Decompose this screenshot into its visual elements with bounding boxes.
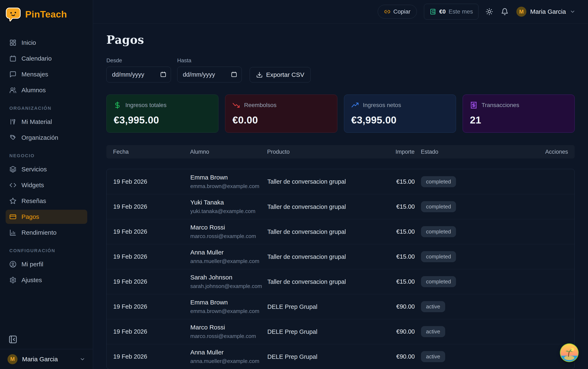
island-floating-button[interactable]: [560, 344, 578, 361]
sidebar-item[interactable]: Mi Material: [6, 115, 87, 129]
sidebar-item-label: Ajustes: [21, 277, 42, 284]
notifications-button[interactable]: [501, 8, 509, 16]
filter-from-label: Desde: [106, 57, 171, 64]
sidebar-item-icon: [9, 213, 16, 220]
chevron-down-icon: [80, 356, 85, 362]
sidebar-item-icon: [9, 118, 16, 125]
sidebar-item[interactable]: Servicios: [6, 162, 87, 176]
payment-date: 19 Feb 2026: [107, 228, 184, 235]
date-to-input[interactable]: [177, 67, 242, 82]
column-header-estado: Estado: [415, 149, 504, 155]
sidebar-item[interactable]: Pagos: [6, 210, 87, 224]
payment-amount: €15.00: [385, 278, 415, 285]
payment-product: Taller de conversacion grupal: [261, 202, 359, 211]
payment-amount: €15.00: [385, 253, 415, 260]
student-email: yuki.tanaka@example.com: [190, 208, 261, 215]
sidebar-item[interactable]: Organización: [6, 131, 87, 145]
sidebar-item-icon: [9, 39, 16, 46]
table-row[interactable]: 19 Feb 2026 Marco Rossi marco.rossi@exam…: [107, 219, 575, 244]
page-content: Pagos Desde Hasta Exportar CSV: [93, 23, 588, 369]
stat-icon: [114, 102, 121, 109]
sidebar-item[interactable]: Calendario: [6, 51, 87, 66]
student-email: sarah.johnson@example.com: [190, 283, 261, 289]
copy-button-label: Copiar: [393, 8, 410, 15]
nav-section-label: ORGANIZACIÓN: [9, 106, 87, 111]
table-row[interactable]: 19 Feb 2026 Emma Brown emma.brown@exampl…: [107, 169, 575, 194]
sidebar-item[interactable]: Inicio: [6, 36, 87, 50]
payment-status: completed: [415, 201, 504, 212]
sidebar-item[interactable]: Mensajes: [6, 67, 87, 82]
nav-section-label: NEGOCIO: [9, 153, 87, 158]
collapse-icon: [8, 335, 18, 344]
column-header-fecha: Fecha: [106, 149, 183, 155]
table-row[interactable]: 19 Feb 2026 Emma Brown emma.brown@exampl…: [107, 294, 575, 319]
sidebar-item-icon: [9, 182, 16, 189]
column-header-acciones: Acciones: [504, 149, 575, 155]
table-row[interactable]: 19 Feb 2026 Anna Muller anna.mueller@exa…: [107, 344, 575, 369]
sidebar-item-icon: [9, 71, 16, 78]
sidebar-item[interactable]: Widgets: [6, 178, 87, 192]
sidebar-item[interactable]: Alumnos: [6, 83, 87, 97]
topbar-user-name: Maria Garcia: [530, 8, 566, 15]
payment-amount: €90.00: [385, 353, 415, 360]
payment-student: Anna Muller anna.mueller@example.com: [184, 349, 261, 364]
payment-status: active: [415, 326, 504, 337]
stat-value: €3,995.00: [114, 114, 211, 126]
sidebar-item-label: Inicio: [21, 39, 36, 46]
payment-date: 19 Feb 2026: [107, 328, 184, 335]
payment-amount: €90.00: [385, 303, 415, 310]
payments-table: 19 Feb 2026 Emma Brown emma.brown@exampl…: [106, 169, 575, 369]
table-row[interactable]: 19 Feb 2026 Sarah Johnson sarah.johnson@…: [107, 269, 575, 294]
filter-to-label: Hasta: [177, 57, 242, 64]
sidebar-item-label: Pagos: [21, 213, 39, 220]
date-from-input[interactable]: [106, 67, 171, 82]
theme-toggle-button[interactable]: [486, 8, 494, 16]
stat-icon: [351, 102, 359, 109]
stat-label: Ingresos netos: [363, 102, 401, 109]
student-email: anna.mueller@example.com: [190, 358, 261, 364]
student-name: Anna Muller: [190, 349, 261, 356]
app-logo[interactable]: PinTeach: [0, 6, 93, 23]
sidebar-item-label: Rendimiento: [21, 229, 56, 236]
topbar: Copiar €0 Este mes M Maria Garcia: [93, 0, 588, 23]
stats-cards: Ingresos totales €3,995.00 Reembolsos €0…: [106, 94, 575, 133]
link-icon: [384, 9, 390, 15]
app-name: PinTeach: [25, 9, 67, 20]
student-name: Anna Muller: [190, 249, 261, 256]
sidebar-item[interactable]: Ajustes: [6, 273, 87, 287]
sidebar-user-name: Maria Garcia: [22, 356, 75, 363]
payment-product: Taller de conversacion grupal: [261, 277, 359, 286]
status-badge: completed: [421, 276, 456, 287]
sidebar-item-icon: [9, 261, 16, 268]
topbar-user-menu[interactable]: M Maria Garcia: [516, 7, 576, 17]
sidebar-item-icon: [9, 166, 16, 173]
pinteach-logo-icon: [6, 6, 21, 22]
sidebar-item[interactable]: Reseñas: [6, 194, 87, 208]
payment-status: completed: [415, 276, 504, 287]
copy-button[interactable]: Copiar: [378, 5, 417, 19]
sidebar-user-menu[interactable]: M Maria Garcia: [0, 349, 93, 369]
sidebar-item[interactable]: Mi perfil: [6, 257, 87, 271]
student-name: Sarah Johnson: [190, 274, 261, 281]
sidebar-item-label: Servicios: [21, 166, 47, 173]
nav-section-label: CONFIGURACIÓN: [9, 248, 87, 253]
island-icon: [560, 344, 578, 361]
payment-student: Emma Brown emma.brown@example.com: [184, 174, 261, 189]
sidebar-item-icon: [9, 87, 16, 94]
sidebar-item-icon: [9, 229, 16, 236]
sidebar-collapse-button[interactable]: [8, 334, 19, 345]
filters-bar: Desde Hasta Exportar CSV: [106, 57, 575, 82]
sun-icon: [486, 8, 493, 15]
sidebar-item-label: Reseñas: [21, 197, 46, 205]
balance-button[interactable]: €0 Este mes: [424, 4, 478, 20]
sidebar-item-icon: [9, 197, 16, 205]
payment-status: active: [415, 301, 504, 312]
sidebar-item[interactable]: Rendimiento: [6, 226, 87, 240]
export-csv-button[interactable]: Exportar CSV: [250, 67, 311, 82]
table-row[interactable]: 19 Feb 2026 Anna Muller anna.mueller@exa…: [107, 244, 575, 269]
table-row[interactable]: 19 Feb 2026 Yuki Tanaka yuki.tanaka@exam…: [107, 194, 575, 219]
status-badge: active: [421, 326, 445, 337]
sidebar-item-label: Mi perfil: [21, 261, 43, 268]
table-row[interactable]: 19 Feb 2026 Marco Rossi marco.rossi@exam…: [107, 319, 575, 344]
payment-status: completed: [415, 251, 504, 262]
